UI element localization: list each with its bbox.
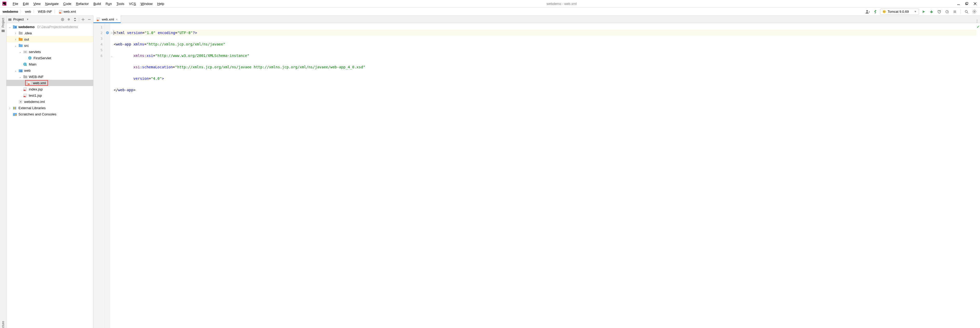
chevron-right-icon[interactable]: ›: [14, 38, 18, 41]
expand-all-icon[interactable]: [67, 17, 71, 22]
tree-node-web[interactable]: ⌄ web: [6, 67, 93, 74]
tree-node-scratches[interactable]: Scratches and Consoles: [6, 111, 93, 117]
stop-button[interactable]: [952, 9, 958, 15]
breadcrumb-file[interactable]: web.xml: [59, 10, 76, 13]
chevron-down-icon[interactable]: ⌄: [8, 26, 12, 28]
menu-tools[interactable]: Tools: [114, 1, 127, 6]
project-tree[interactable]: ⌄ webdemo D:\JavaProjects\webdemo › .ide…: [6, 23, 93, 328]
breadcrumb-root[interactable]: webdemo: [3, 10, 18, 13]
svg-text:JSP: JSP: [25, 90, 27, 91]
tree-node-test1-jsp[interactable]: JSP test1.jsp: [6, 92, 93, 99]
tree-node-project-root[interactable]: ⌄ webdemo D:\JavaProjects\webdemo: [6, 24, 93, 30]
tree-node-servlets[interactable]: ⌄ servlets: [6, 49, 93, 55]
menu-refactor[interactable]: Refactor: [74, 1, 91, 6]
xml-file-icon: [59, 10, 62, 13]
web-config-gutter-icon[interactable]: [105, 30, 110, 35]
chevron-right-icon[interactable]: ›: [8, 107, 12, 109]
chevron-down-icon[interactable]: ⌄: [18, 75, 22, 78]
line-number[interactable]: 6: [94, 53, 105, 59]
line-number[interactable]: 4: [94, 41, 105, 47]
chevron-down-icon[interactable]: ⌄: [14, 69, 18, 72]
menu-file[interactable]: File: [10, 1, 21, 6]
tree-node-web-inf[interactable]: ⌄ WEB-INF: [6, 74, 93, 80]
tree-node-index-jsp[interactable]: JSP index.jsp: [6, 86, 93, 92]
chevron-down-icon[interactable]: ⌄: [18, 50, 22, 53]
svg-point-38: [83, 19, 84, 20]
folder-icon: [23, 75, 27, 79]
fold-start-icon[interactable]: ⊟: [110, 30, 114, 35]
window-title: webdemo - web.xml: [168, 2, 956, 6]
minimize-button[interactable]: [957, 2, 960, 5]
svg-point-15: [931, 11, 932, 13]
line-number[interactable]: 5: [94, 47, 105, 53]
svg-rect-72: [20, 101, 21, 102]
run-configuration-selector[interactable]: Tomcat 9.0.69 ▼: [880, 9, 919, 15]
svg-rect-34: [3, 31, 5, 32]
menu-build[interactable]: Build: [91, 1, 103, 6]
build-hammer-icon[interactable]: [872, 9, 878, 15]
line-number[interactable]: 3: [94, 35, 105, 41]
menu-window[interactable]: Window: [138, 1, 155, 6]
svg-rect-74: [14, 107, 15, 109]
menu-view[interactable]: View: [31, 1, 43, 6]
xml-file-icon: [97, 18, 100, 21]
svg-rect-75: [15, 107, 16, 109]
inspection-ok-icon[interactable]: ✔: [977, 25, 980, 29]
menu-edit[interactable]: Edit: [21, 1, 31, 6]
chevron-right-icon: 〉: [32, 10, 37, 14]
line-number[interactable]: 2: [94, 30, 105, 35]
fold-end-icon[interactable]: ⌞: [110, 53, 114, 59]
user-icon[interactable]: [864, 9, 871, 15]
svg-point-10: [866, 10, 868, 12]
svg-point-14: [885, 11, 885, 12]
close-tab-icon[interactable]: ×: [116, 18, 118, 21]
line-number[interactable]: 1: [94, 24, 105, 30]
search-button[interactable]: [963, 9, 970, 15]
tree-node-first-servlet[interactable]: C FirstServlet: [6, 55, 93, 61]
menu-code[interactable]: Code: [61, 1, 74, 6]
tab-overflow-icon[interactable]: ⋮: [974, 19, 980, 23]
debug-button[interactable]: [928, 9, 935, 15]
svg-point-54: [25, 51, 26, 53]
close-button[interactable]: [973, 2, 977, 5]
tree-node-web-xml[interactable]: web.xml: [6, 80, 93, 86]
hide-panel-icon[interactable]: [87, 17, 92, 22]
maximize-button[interactable]: [965, 2, 969, 5]
tree-node-src[interactable]: ⌄ src: [6, 42, 93, 49]
menu-vcs[interactable]: VCS: [127, 1, 138, 6]
coverage-button[interactable]: [936, 9, 942, 15]
editor-tab-web-xml[interactable]: web.xml ×: [94, 16, 121, 23]
tree-node-out[interactable]: › out: [6, 36, 93, 42]
code-editor[interactable]: <?xml version="1.0" encoding="UTF-8"?> <…: [114, 23, 976, 328]
libraries-icon: [13, 106, 17, 110]
chevron-down-icon[interactable]: ⌄: [14, 44, 18, 47]
svg-text:JSP: JSP: [25, 96, 27, 97]
menu-help[interactable]: Help: [155, 1, 167, 6]
settings-gear-icon[interactable]: [971, 9, 977, 15]
side-tab-structure[interactable]: cture: [1, 321, 5, 328]
menu-navigate[interactable]: Navigate: [43, 1, 61, 6]
chevron-right-icon[interactable]: ›: [14, 32, 18, 35]
fold-gutter: ⊟ ⌞: [110, 23, 114, 328]
tree-node-idea[interactable]: › .idea: [6, 30, 93, 36]
chevron-right-icon: 〉: [53, 10, 58, 14]
chevron-right-icon: 〉: [19, 10, 24, 14]
editor-panel: web.xml × ⋮ 1 2 3 4 5 6 ⊟: [94, 16, 980, 328]
run-button[interactable]: [921, 9, 927, 15]
breadcrumb-web[interactable]: web: [25, 10, 31, 13]
menu-run[interactable]: Run: [103, 1, 114, 6]
collapse-all-icon[interactable]: [73, 17, 77, 22]
tree-node-external-libraries[interactable]: › External Libraries: [6, 105, 93, 111]
project-view-selector[interactable]: Project ▼: [8, 18, 29, 21]
svg-rect-80: [97, 20, 99, 21]
tree-node-iml[interactable]: webdemo.iml: [6, 99, 93, 105]
svg-point-36: [61, 18, 64, 21]
side-tab-project[interactable]: Project: [1, 18, 5, 33]
tree-node-main[interactable]: C Main: [6, 61, 93, 67]
breadcrumb-webinf[interactable]: WEB-INF: [38, 10, 52, 13]
menu-bar: File Edit View Navigate Code Refactor Bu…: [0, 0, 980, 8]
profile-button[interactable]: [944, 9, 950, 15]
select-opened-file-icon[interactable]: [60, 17, 65, 22]
settings-gear-icon[interactable]: [81, 17, 85, 22]
svg-rect-48: [19, 32, 20, 32]
